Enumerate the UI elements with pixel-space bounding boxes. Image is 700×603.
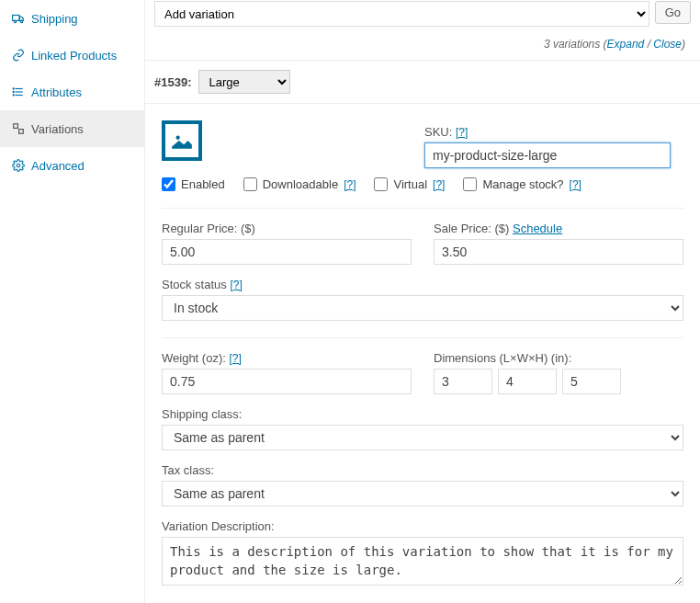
- variation-description-textarea[interactable]: [162, 537, 683, 586]
- link-icon: [11, 48, 26, 63]
- image-icon: [170, 129, 194, 153]
- attribute-size-select[interactable]: Large: [198, 70, 290, 94]
- gear-icon: [11, 158, 26, 173]
- variation-id: #1539:: [154, 75, 191, 89]
- sidebar-item-label: Attributes: [31, 85, 82, 99]
- svg-point-11: [17, 164, 20, 167]
- shipping-class-label: Shipping class:: [162, 407, 683, 421]
- svg-point-7: [13, 91, 14, 92]
- variations-summary: 3 variations (Expand / Close): [145, 32, 700, 60]
- divider: [162, 337, 683, 338]
- virtual-checkbox-label[interactable]: Virtual [?]: [374, 177, 445, 191]
- weight-help-link[interactable]: [?]: [229, 352, 241, 365]
- variation-header[interactable]: #1539: Large: [145, 60, 700, 104]
- manage-stock-checkbox-label[interactable]: Manage stock? [?]: [463, 177, 581, 191]
- weight-label: Weight (oz): [?]: [162, 351, 412, 365]
- truck-icon: [11, 11, 26, 26]
- svg-rect-9: [14, 124, 18, 129]
- stock-status-select[interactable]: In stock: [162, 295, 683, 321]
- dimensions-label: Dimensions (L×W×H) (in):: [434, 351, 683, 365]
- sidebar-item-label: Variations: [31, 122, 84, 136]
- svg-point-1: [14, 20, 16, 22]
- height-input[interactable]: [562, 369, 621, 394]
- variations-toolbar: Add variation Go: [145, 0, 700, 32]
- virtual-checkbox[interactable]: [374, 177, 388, 191]
- downloadable-help-link[interactable]: [?]: [344, 178, 356, 191]
- variation-description-label: Variation Description:: [162, 519, 683, 533]
- svg-point-8: [13, 95, 14, 96]
- tax-class-select[interactable]: Same as parent: [162, 481, 683, 506]
- sku-label: SKU: [?]: [424, 125, 671, 139]
- regular-price-label: Regular Price: ($): [162, 222, 412, 235]
- add-variation-select[interactable]: Add variation: [154, 1, 649, 27]
- list-icon: [11, 85, 26, 99]
- svg-rect-10: [19, 130, 24, 134]
- enabled-checkbox-label[interactable]: Enabled: [162, 177, 225, 191]
- shipping-class-select[interactable]: Same as parent: [162, 425, 683, 450]
- variation-image-picker[interactable]: [162, 120, 202, 161]
- go-button[interactable]: Go: [655, 1, 691, 24]
- variations-count: 3 variations: [544, 38, 600, 51]
- sidebar-item-attributes[interactable]: Attributes: [0, 74, 144, 110]
- variations-icon: [11, 121, 26, 136]
- sidebar-item-advanced[interactable]: Advanced: [0, 147, 144, 184]
- stock-help-link[interactable]: [?]: [230, 279, 242, 291]
- close-link[interactable]: Close: [653, 38, 682, 51]
- svg-point-6: [13, 88, 14, 89]
- divider: [162, 208, 683, 209]
- svg-point-2: [20, 20, 22, 22]
- enabled-checkbox[interactable]: [162, 177, 175, 191]
- stock-status-label: Stock status [?]: [162, 278, 683, 291]
- tax-class-label: Tax class:: [162, 463, 683, 477]
- sale-price-label: Sale Price: ($) Schedule: [434, 222, 683, 235]
- sidebar-item-shipping[interactable]: Shipping: [0, 0, 144, 37]
- virtual-help-link[interactable]: [?]: [433, 178, 445, 191]
- sidebar-item-label: Linked Products: [31, 49, 117, 63]
- downloadable-checkbox-label[interactable]: Downloadable [?]: [243, 177, 356, 191]
- sku-input[interactable]: [424, 142, 671, 168]
- sidebar-item-linked-products[interactable]: Linked Products: [0, 37, 144, 74]
- expand-link[interactable]: Expand: [607, 38, 645, 51]
- length-input[interactable]: [434, 369, 492, 394]
- downloadable-checkbox[interactable]: [243, 177, 257, 191]
- sidebar-item-label: Shipping: [31, 12, 78, 26]
- weight-input[interactable]: [162, 369, 412, 394]
- width-input[interactable]: [498, 369, 557, 394]
- svg-point-13: [176, 136, 180, 140]
- regular-price-input[interactable]: [162, 239, 412, 265]
- sidebar-item-label: Advanced: [31, 159, 85, 173]
- manage-stock-checkbox[interactable]: [463, 177, 477, 191]
- svg-rect-0: [13, 16, 20, 21]
- manage-stock-help-link[interactable]: [?]: [570, 178, 581, 191]
- sidebar-item-variations[interactable]: Variations: [0, 110, 144, 147]
- variation-body: SKU: [?] Enabled Downloadable [?] Virtua…: [145, 104, 700, 588]
- main-panel: Add variation Go 3 variations (Expand / …: [145, 0, 700, 603]
- sale-price-input[interactable]: [434, 239, 683, 265]
- sku-help-link[interactable]: [?]: [456, 126, 468, 139]
- product-data-sidebar: Shipping Linked Products Attributes Vari…: [0, 0, 145, 603]
- schedule-link[interactable]: Schedule: [513, 222, 562, 235]
